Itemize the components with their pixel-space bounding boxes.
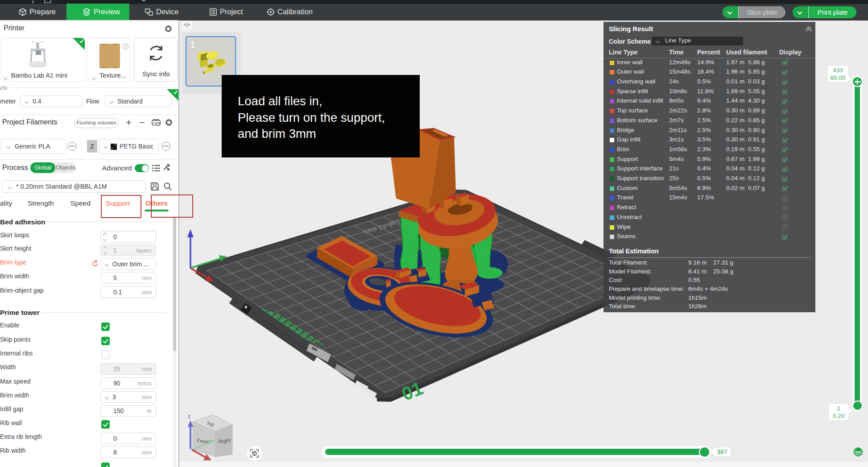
svg-text:z: z xyxy=(188,413,191,420)
